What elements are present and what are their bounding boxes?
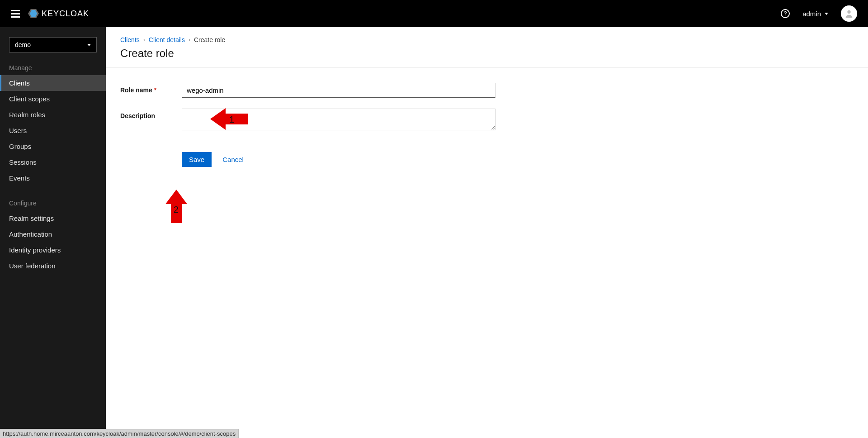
header-right: ? admin: [781, 5, 857, 22]
cancel-button[interactable]: Cancel: [222, 156, 244, 163]
user-label: admin: [802, 10, 821, 18]
status-bar-url: https://auth.home.mirceaanton.com/keyclo…: [0, 429, 239, 438]
caret-down-icon: [825, 13, 828, 15]
user-dropdown[interactable]: admin: [802, 10, 828, 18]
annotation-label-2: 2: [174, 205, 179, 215]
required-indicator: *: [154, 86, 156, 94]
sidebar-item-clients[interactable]: Clients: [0, 75, 106, 91]
header-left: KEYCLOAK: [11, 8, 89, 19]
sidebar-manage-title: Manage: [0, 60, 106, 75]
page-title: Create role: [120, 47, 854, 60]
save-button[interactable]: Save: [182, 152, 212, 167]
breadcrumb: Clients › Client details › Create role: [120, 36, 854, 43]
sidebar-item-authentication[interactable]: Authentication: [0, 226, 106, 242]
sidebar-manage-section: Manage Clients Client scopes Realm roles…: [0, 60, 106, 186]
logo-text: KEYCLOAK: [42, 9, 89, 19]
avatar-icon: [844, 9, 854, 19]
role-name-label: Role name*: [120, 83, 182, 98]
realm-selector-wrapper: demo: [9, 37, 97, 52]
top-header: KEYCLOAK ? admin: [0, 0, 868, 27]
breadcrumb-sep: ›: [143, 37, 145, 43]
svg-point-2: [847, 10, 850, 14]
caret-down-icon: [87, 44, 91, 46]
role-name-input[interactable]: [182, 83, 495, 98]
sidebar-configure-section: Configure Realm settings Authentication …: [0, 195, 106, 274]
realm-selector[interactable]: demo: [9, 37, 97, 52]
keycloak-logo-icon: [28, 8, 39, 19]
sidebar-item-user-federation[interactable]: User federation: [0, 258, 106, 274]
sidebar-item-events[interactable]: Events: [0, 170, 106, 186]
sidebar-item-realm-settings[interactable]: Realm settings: [0, 210, 106, 226]
sidebar-item-groups[interactable]: Groups: [0, 138, 106, 154]
breadcrumb-clients[interactable]: Clients: [120, 36, 140, 43]
annotation-label-1: 1: [229, 114, 234, 125]
sidebar-configure-title: Configure: [0, 195, 106, 210]
breadcrumb-sep: ›: [189, 37, 190, 43]
main-content: Clients › Client details › Create role C…: [106, 27, 868, 438]
button-row: Save Cancel: [182, 152, 854, 167]
breadcrumb-current: Create role: [194, 36, 225, 43]
help-icon[interactable]: ?: [781, 9, 790, 18]
form-row-role-name: Role name*: [120, 83, 854, 98]
divider: [106, 67, 868, 67]
sidebar-item-sessions[interactable]: Sessions: [0, 154, 106, 170]
sidebar-item-users[interactable]: Users: [0, 123, 106, 138]
sidebar-item-identity-providers[interactable]: Identity providers: [0, 242, 106, 258]
hamburger-menu-icon[interactable]: [11, 10, 20, 18]
breadcrumb-client-details[interactable]: Client details: [149, 36, 185, 43]
realm-selected: demo: [15, 41, 31, 48]
sidebar-item-realm-roles[interactable]: Realm roles: [0, 107, 106, 123]
description-label: Description: [120, 109, 182, 132]
avatar[interactable]: [841, 5, 857, 22]
sidebar: demo Manage Clients Client scopes Realm …: [0, 27, 106, 438]
sidebar-item-client-scopes[interactable]: Client scopes: [0, 91, 106, 107]
logo[interactable]: KEYCLOAK: [28, 8, 89, 19]
